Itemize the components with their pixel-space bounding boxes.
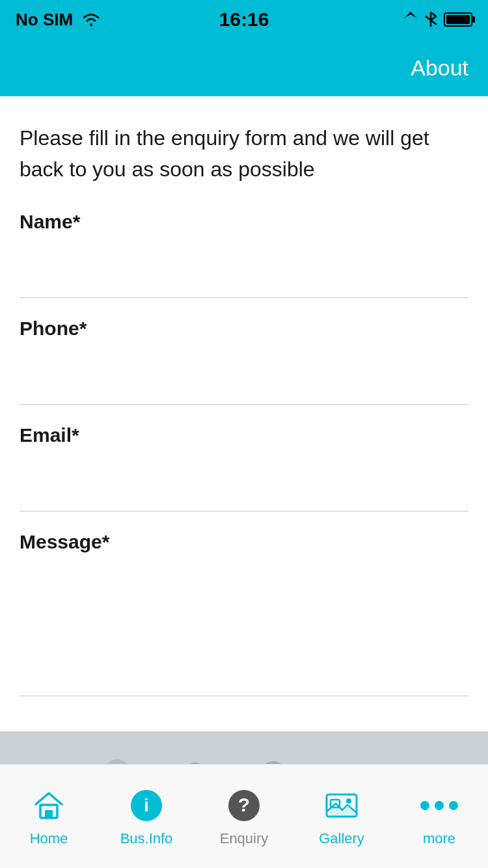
svg-rect-22 [329, 807, 354, 818]
status-bar-left: No SIM [16, 10, 102, 30]
tab-home-label: Home [30, 830, 68, 847]
tab-bus-info-label: Bus.Info [120, 830, 173, 847]
phone-field-group: Phone* [20, 318, 468, 405]
phone-label: Phone* [20, 318, 468, 340]
bus-info-icon: i [127, 786, 166, 825]
name-input[interactable] [20, 246, 468, 298]
phone-input[interactable] [20, 353, 468, 405]
wifi-icon [81, 11, 102, 28]
about-button[interactable]: About [411, 55, 468, 81]
tab-enquiry[interactable]: ? Enquiry [195, 786, 293, 847]
status-bar: No SIM 16:16 [0, 0, 488, 39]
battery-icon [444, 12, 472, 27]
nav-header: About [0, 39, 488, 96]
location-icon [403, 11, 418, 28]
svg-text:?: ? [238, 794, 250, 815]
enquiry-icon: ? [224, 786, 264, 825]
message-label: Message* [20, 531, 468, 553]
bluetooth-icon [424, 11, 437, 28]
svg-text:i: i [144, 795, 149, 815]
carrier-label: No SIM [16, 10, 73, 30]
tab-home[interactable]: Home [0, 786, 98, 847]
main-content: Please fill in the enquiry form and we w… [0, 96, 488, 731]
tab-gallery-label: Gallery [319, 830, 364, 847]
name-label: Name* [20, 211, 468, 233]
name-field-group: Name* [20, 211, 468, 298]
tab-bar: Home i Bus.Info ? Enquiry [0, 764, 488, 868]
more-icon [420, 786, 459, 825]
email-field-group: Email* [20, 424, 468, 511]
status-bar-right [403, 11, 472, 28]
tab-enquiry-label: Enquiry [220, 830, 269, 847]
email-label: Email* [20, 424, 468, 446]
gallery-icon [322, 786, 361, 825]
home-icon [29, 786, 68, 825]
intro-text: Please fill in the enquiry form and we w… [20, 122, 468, 185]
message-field-group: Message* [20, 531, 468, 699]
tab-bus-info[interactable]: i Bus.Info [98, 786, 195, 847]
tab-more[interactable]: more [390, 786, 488, 847]
svg-point-21 [346, 798, 351, 804]
tab-more-label: more [423, 830, 455, 847]
email-input[interactable] [20, 459, 468, 511]
svg-rect-14 [45, 810, 53, 818]
tab-gallery[interactable]: Gallery [293, 786, 390, 847]
message-input[interactable] [20, 566, 468, 696]
status-time: 16:16 [219, 8, 269, 31]
